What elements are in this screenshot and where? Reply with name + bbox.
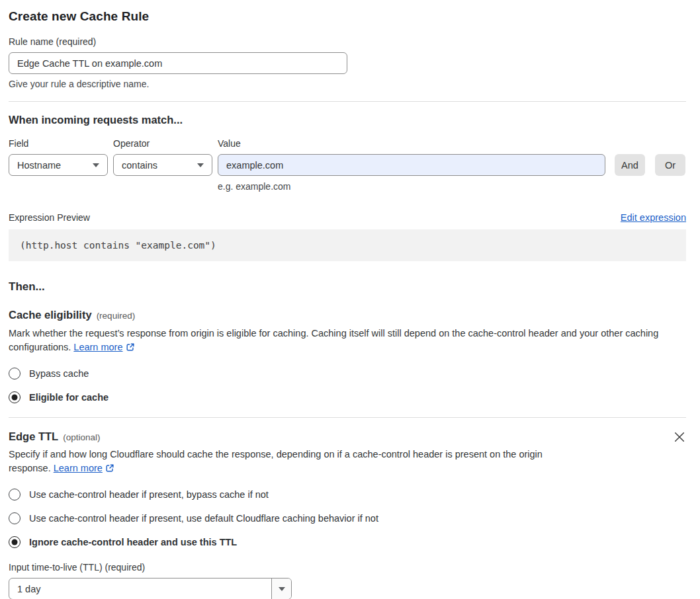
- value-input[interactable]: [218, 154, 605, 176]
- field-dropdown[interactable]: Hostname: [9, 154, 108, 176]
- rule-name-input[interactable]: [9, 52, 347, 74]
- radio-selected-icon: [9, 536, 21, 548]
- close-edge-ttl-button[interactable]: [673, 430, 686, 444]
- match-heading: When incoming requests match...: [9, 114, 686, 126]
- expression-code: (http.host contains "example.com"): [9, 229, 686, 261]
- radio-icon: [9, 489, 21, 500]
- match-row: Hostname contains And Or: [9, 154, 686, 176]
- rule-name-label: Rule name (required): [9, 36, 686, 47]
- expression-preview-row: Expression Preview Edit expression: [9, 212, 686, 223]
- match-column-labels: Field Operator Value: [9, 138, 686, 149]
- radio-ignore-header-use-ttl[interactable]: Ignore cache-control header and use this…: [9, 536, 686, 548]
- edge-ttl-description: Specify if and how long Cloudflare shoul…: [9, 448, 558, 477]
- external-link-icon: [105, 463, 114, 477]
- or-button[interactable]: Or: [655, 154, 685, 176]
- ttl-select-value: 1 day: [9, 579, 271, 599]
- operator-dropdown[interactable]: contains: [113, 154, 212, 176]
- close-icon: [674, 432, 685, 442]
- radio-eligible-for-cache[interactable]: Eligible for cache: [9, 391, 686, 403]
- cache-eligibility-description: Mark whether the request’s response from…: [9, 327, 686, 356]
- value-label: Value: [218, 138, 241, 149]
- chevron-down-icon: [279, 587, 285, 591]
- value-helper: e.g. example.com: [218, 181, 686, 192]
- expression-preview-label: Expression Preview: [9, 212, 90, 223]
- cache-eligibility-required-badge: (required): [97, 311, 136, 321]
- operator-dropdown-value: contains: [122, 160, 157, 171]
- field-label: Field: [9, 138, 113, 149]
- edge-ttl-optional-badge: (optional): [63, 432, 100, 442]
- operator-label: Operator: [113, 138, 218, 149]
- cache-eligibility-learn-more-link[interactable]: Learn more: [73, 342, 122, 352]
- ttl-select-arrow[interactable]: [271, 579, 291, 599]
- cache-eligibility-header: Cache eligibility(required): [9, 309, 686, 321]
- chevron-down-icon: [197, 163, 204, 167]
- edge-ttl-title: Edge TTL: [9, 430, 58, 442]
- radio-icon: [9, 512, 21, 524]
- ttl-input-label: Input time-to-live (TTL) (required): [9, 562, 686, 573]
- then-heading: Then...: [9, 280, 686, 294]
- external-link-icon: [126, 342, 135, 356]
- radio-use-header-default[interactable]: Use cache-control header if present, use…: [9, 512, 686, 524]
- divider: [9, 101, 686, 102]
- radio-use-header-bypass[interactable]: Use cache-control header if present, byp…: [9, 489, 686, 500]
- edit-expression-link[interactable]: Edit expression: [621, 212, 686, 223]
- radio-icon: [9, 368, 21, 379]
- field-dropdown-value: Hostname: [17, 160, 61, 171]
- radio-selected-icon: [9, 391, 21, 403]
- page-title: Create new Cache Rule: [9, 9, 686, 24]
- edge-ttl-learn-more-link[interactable]: Learn more: [54, 463, 103, 473]
- divider: [9, 417, 686, 418]
- rule-name-helper: Give your rule a descriptive name.: [9, 79, 686, 89]
- radio-bypass-cache[interactable]: Bypass cache: [9, 368, 686, 379]
- cache-eligibility-title: Cache eligibility: [9, 309, 92, 321]
- chevron-down-icon: [93, 163, 99, 167]
- ttl-select[interactable]: 1 day: [9, 578, 292, 599]
- edge-ttl-header: Edge TTL(optional): [9, 430, 686, 444]
- create-cache-rule-form: Create new Cache Rule Rule name (require…: [0, 0, 700, 599]
- and-button[interactable]: And: [615, 154, 645, 176]
